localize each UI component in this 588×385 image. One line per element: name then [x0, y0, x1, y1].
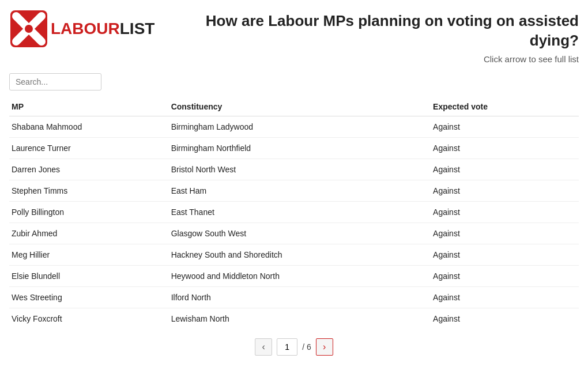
cell-vote: Against [431, 286, 579, 308]
table-body: Shabana MahmoodBirmingham LadywoodAgains… [9, 116, 579, 329]
cell-mp: Vicky Foxcroft [9, 308, 169, 329]
page-number-input[interactable] [277, 338, 297, 356]
table-row: Meg HillierHackney South and ShoreditchA… [9, 244, 579, 265]
labour-logo: LABOURLIST [9, 9, 154, 48]
table-row: Darren JonesBristol North WestAgainst [9, 158, 579, 180]
col-header-vote: Expected vote [431, 97, 579, 116]
cell-mp: Meg Hillier [9, 244, 169, 265]
logo-text: LABOURLIST [51, 20, 154, 38]
svg-point-3 [25, 25, 33, 33]
table-header: MP Constituency Expected vote [9, 97, 579, 116]
cell-constituency: Glasgow South West [169, 222, 431, 244]
table-row: Laurence TurnerBirmingham NorthfieldAgai… [9, 137, 579, 158]
table-row: Zubir AhmedGlasgow South WestAgainst [9, 222, 579, 244]
cell-constituency: Lewisham North [169, 308, 431, 329]
cell-constituency: Birmingham Ladywood [169, 116, 431, 137]
col-header-constituency: Constituency [169, 97, 431, 116]
table-row: Elsie BlundellHeywood and Middleton Nort… [9, 265, 579, 286]
cell-constituency: Bristol North West [169, 158, 431, 180]
header: LABOURLIST How are Labour MPs planning o… [0, 0, 588, 64]
cell-vote: Against [431, 137, 579, 158]
subtitle: Click arrow to see full list [166, 54, 579, 64]
cell-constituency: Birmingham Northfield [169, 137, 431, 158]
table-container: MP Constituency Expected vote Shabana Ma… [0, 90, 588, 329]
cell-constituency: Heywood and Middleton North [169, 265, 431, 286]
logo-list: LIST [120, 20, 155, 37]
title-area: How are Labour MPs planning on voting on… [166, 9, 579, 64]
page-title: How are Labour MPs planning on voting on… [166, 12, 579, 51]
cell-vote: Against [431, 244, 579, 265]
logo-icon [9, 9, 48, 48]
cell-mp: Polly Billington [9, 201, 169, 222]
cell-vote: Against [431, 201, 579, 222]
cell-mp: Darren Jones [9, 158, 169, 180]
cell-vote: Against [431, 180, 579, 201]
cell-mp: Elsie Blundell [9, 265, 169, 286]
prev-page-button[interactable]: ‹ [255, 338, 272, 356]
cell-mp: Shabana Mahmood [9, 116, 169, 137]
cell-vote: Against [431, 265, 579, 286]
table-row: Polly BillingtonEast ThanetAgainst [9, 201, 579, 222]
pagination: ‹ / 6 › [0, 329, 588, 365]
logo-area: LABOURLIST [9, 9, 154, 48]
search-input[interactable] [9, 73, 101, 90]
cell-constituency: East Ham [169, 180, 431, 201]
cell-constituency: Ilford North [169, 286, 431, 308]
mp-table: MP Constituency Expected vote Shabana Ma… [9, 97, 579, 329]
cell-vote: Against [431, 116, 579, 137]
table-row: Stephen TimmsEast HamAgainst [9, 180, 579, 201]
cell-mp: Zubir Ahmed [9, 222, 169, 244]
col-header-mp: MP [9, 97, 169, 116]
cell-vote: Against [431, 308, 579, 329]
cell-mp: Wes Streeting [9, 286, 169, 308]
cell-mp: Laurence Turner [9, 137, 169, 158]
cell-mp: Stephen Timms [9, 180, 169, 201]
cell-vote: Against [431, 222, 579, 244]
table-row: Shabana MahmoodBirmingham LadywoodAgains… [9, 116, 579, 137]
total-pages-text: / 6 [302, 342, 311, 352]
cell-constituency: Hackney South and Shoreditch [169, 244, 431, 265]
table-row: Vicky FoxcroftLewisham NorthAgainst [9, 308, 579, 329]
search-area [0, 64, 588, 90]
table-row: Wes StreetingIlford NorthAgainst [9, 286, 579, 308]
next-page-button[interactable]: › [316, 338, 333, 356]
cell-vote: Against [431, 158, 579, 180]
cell-constituency: East Thanet [169, 201, 431, 222]
logo-labour: LABOUR [51, 20, 120, 37]
